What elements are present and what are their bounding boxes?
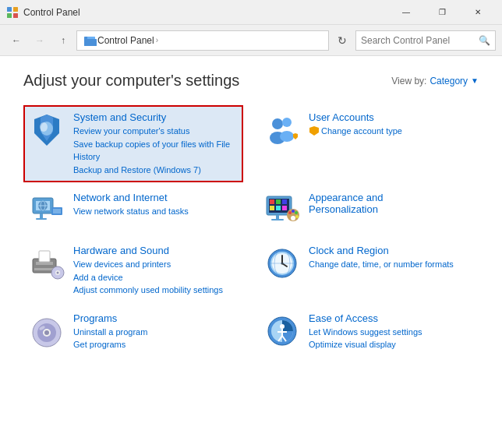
appearance-title[interactable]: Appearance andPersonalization bbox=[309, 192, 474, 215]
forward-button[interactable]: → bbox=[30, 30, 50, 51]
svg-rect-34 bbox=[276, 215, 279, 219]
svg-rect-0 bbox=[7, 7, 12, 12]
page-header: Adjust your computer's settings View by:… bbox=[23, 72, 479, 90]
address-box[interactable]: Control Panel › bbox=[76, 30, 329, 51]
svg-point-11 bbox=[272, 118, 283, 129]
svg-rect-2 bbox=[7, 13, 12, 18]
svg-point-41 bbox=[291, 216, 295, 220]
minimize-button[interactable]: — bbox=[388, 0, 424, 25]
svg-rect-43 bbox=[36, 262, 53, 265]
category-ease[interactable]: Ease of Access Let Windows suggest setti… bbox=[259, 306, 479, 358]
svg-rect-45 bbox=[39, 251, 50, 262]
title-bar-text: Control Panel bbox=[23, 7, 388, 18]
svg-rect-29 bbox=[276, 199, 281, 204]
main-content: Adjust your computer's settings View by:… bbox=[0, 56, 502, 448]
hardware-title[interactable]: Hardware and Sound bbox=[73, 245, 239, 256]
svg-point-13 bbox=[282, 118, 292, 127]
system-security-link-1[interactable]: Review your computer's status bbox=[73, 125, 239, 138]
page-title: Adjust your computer's settings bbox=[23, 72, 239, 90]
svg-rect-28 bbox=[270, 199, 274, 204]
view-by-chevron[interactable]: ▼ bbox=[471, 76, 479, 85]
address-chevron: › bbox=[156, 36, 158, 44]
svg-rect-35 bbox=[271, 219, 284, 220]
category-hardware[interactable]: Hardware and Sound View devices and prin… bbox=[23, 238, 243, 303]
category-user-accounts[interactable]: User Accounts Change account type bbox=[259, 105, 479, 182]
clock-title[interactable]: Clock and Region bbox=[309, 245, 474, 256]
category-clock[interactable]: Clock and Region Change date, time, or n… bbox=[259, 238, 479, 303]
user-accounts-title[interactable]: User Accounts bbox=[309, 111, 474, 123]
back-button[interactable]: ← bbox=[6, 30, 27, 51]
system-security-link-3[interactable]: Backup and Restore (Windows 7) bbox=[73, 164, 239, 177]
view-by-value[interactable]: Category bbox=[430, 76, 468, 86]
search-input[interactable] bbox=[361, 35, 475, 46]
svg-marker-15 bbox=[293, 133, 298, 139]
svg-rect-25 bbox=[53, 209, 61, 213]
svg-point-38 bbox=[292, 210, 295, 213]
svg-marker-16 bbox=[309, 126, 319, 136]
address-crumb: Control Panel bbox=[97, 35, 154, 46]
svg-rect-32 bbox=[276, 206, 281, 210]
close-button[interactable]: ✕ bbox=[460, 0, 496, 25]
programs-text: Programs Uninstall a program Get program… bbox=[73, 312, 239, 351]
appearance-icon bbox=[263, 192, 301, 229]
svg-rect-31 bbox=[270, 206, 274, 210]
network-title[interactable]: Network and Internet bbox=[73, 192, 239, 203]
svg-rect-3 bbox=[13, 13, 18, 18]
svg-point-60 bbox=[44, 330, 49, 335]
hardware-link-1[interactable]: View devices and printers bbox=[73, 258, 239, 271]
category-appearance[interactable]: Appearance andPersonalization bbox=[259, 185, 479, 235]
search-box[interactable]: 🔍 bbox=[355, 30, 496, 51]
refresh-button[interactable]: ↻ bbox=[332, 30, 352, 51]
ease-text: Ease of Access Let Windows suggest setti… bbox=[309, 312, 474, 351]
control-panel-titlebar-icon bbox=[6, 6, 19, 19]
svg-point-37 bbox=[288, 211, 292, 214]
svg-rect-44 bbox=[34, 268, 55, 270]
system-security-title[interactable]: System and Security bbox=[73, 111, 239, 123]
clock-link-1[interactable]: Change date, time, or number formats bbox=[309, 258, 474, 271]
svg-point-14 bbox=[280, 131, 294, 142]
search-icon[interactable]: 🔍 bbox=[479, 35, 490, 46]
clock-text: Clock and Region Change date, time, or n… bbox=[309, 245, 474, 271]
address-bar: ← → ↑ Control Panel › ↻ 🔍 bbox=[0, 25, 502, 56]
view-by-label: View by: bbox=[391, 76, 426, 86]
hardware-icon bbox=[28, 245, 65, 282]
svg-rect-1 bbox=[13, 7, 18, 12]
ease-link-2[interactable]: Optimize visual display bbox=[309, 338, 474, 351]
svg-rect-23 bbox=[36, 218, 47, 220]
svg-rect-30 bbox=[282, 199, 287, 204]
address-folder-icon bbox=[83, 34, 97, 48]
svg-rect-33 bbox=[282, 206, 287, 210]
hardware-text: Hardware and Sound View devices and prin… bbox=[73, 245, 239, 297]
category-system-security[interactable]: System and Security Review your computer… bbox=[23, 105, 243, 182]
programs-link-1[interactable]: Uninstall a program bbox=[73, 326, 239, 339]
categories-grid: System and Security Review your computer… bbox=[23, 105, 479, 358]
hardware-link-2[interactable]: Add a device bbox=[73, 271, 239, 284]
system-security-link-2[interactable]: Save backup copies of your files with Fi… bbox=[73, 138, 239, 164]
clock-icon bbox=[263, 245, 301, 282]
restore-button[interactable]: ❐ bbox=[424, 0, 460, 25]
svg-rect-5 bbox=[84, 39, 97, 46]
view-by: View by: Category ▼ bbox=[391, 76, 479, 86]
network-link-1[interactable]: View network status and tasks bbox=[73, 205, 239, 218]
system-security-text: System and Security Review your computer… bbox=[73, 111, 239, 176]
network-text: Network and Internet View network status… bbox=[73, 192, 239, 218]
programs-title[interactable]: Programs bbox=[73, 312, 239, 324]
user-accounts-text: User Accounts Change account type bbox=[309, 111, 474, 138]
ease-link-1[interactable]: Let Windows suggest settings bbox=[309, 326, 474, 339]
svg-point-39 bbox=[295, 211, 298, 214]
svg-rect-6 bbox=[87, 37, 95, 39]
ease-title[interactable]: Ease of Access bbox=[309, 312, 474, 324]
user-accounts-link-1[interactable]: Change account type bbox=[321, 125, 402, 138]
programs-link-2[interactable]: Get programs bbox=[73, 338, 239, 351]
system-security-icon bbox=[28, 111, 65, 149]
up-button[interactable]: ↑ bbox=[53, 30, 73, 51]
category-network[interactable]: Network and Internet View network status… bbox=[23, 185, 243, 235]
hardware-link-3[interactable]: Adjust commonly used mobility settings bbox=[73, 284, 239, 297]
change-account-shield-icon bbox=[309, 125, 320, 136]
ease-icon bbox=[263, 312, 301, 350]
svg-point-40 bbox=[295, 215, 299, 218]
category-programs[interactable]: Programs Uninstall a program Get program… bbox=[23, 306, 243, 358]
title-bar: Control Panel — ❐ ✕ bbox=[0, 0, 502, 25]
svg-point-10 bbox=[40, 122, 48, 132]
svg-point-48 bbox=[57, 272, 59, 274]
